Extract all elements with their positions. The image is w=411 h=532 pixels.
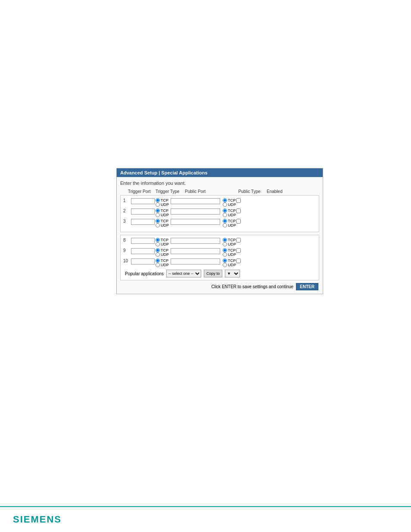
section-1: 1 TCP UDP (120, 195, 319, 232)
trigger-udp-label-8[interactable]: UDP (156, 242, 169, 246)
public-tcp-radio-10[interactable] (223, 258, 227, 263)
trigger-tcp-label-9[interactable]: TCP (156, 248, 169, 252)
public-udp-radio-10[interactable] (223, 263, 227, 267)
trigger-type-group-2: TCP UDP (155, 208, 169, 217)
enabled-checkbox-2[interactable] (236, 208, 241, 213)
public-udp-label-8[interactable]: UDP (223, 242, 236, 246)
table-row: 8 TCP UDP (123, 238, 316, 246)
public-udp-radio-8[interactable] (223, 242, 227, 246)
public-tcp-label-1[interactable]: TCP (223, 198, 236, 202)
col-header-public-type: Public Type (237, 189, 267, 194)
trigger-type-group-1: TCP UDP (155, 198, 169, 207)
enter-row: Click ENTER to save settings and continu… (120, 283, 319, 290)
trigger-tcp-label-10[interactable]: TCP (156, 258, 169, 263)
row-number-3: 3 (123, 219, 131, 224)
intro-text: Enter the information you want. (120, 180, 319, 186)
trigger-tcp-label-1[interactable]: TCP (156, 198, 169, 202)
public-udp-label-3[interactable]: UDP (223, 223, 236, 227)
enabled-checkbox-3[interactable] (236, 219, 241, 224)
trigger-tcp-label-8[interactable]: TCP (156, 238, 169, 242)
panel-body: Enter the information you want. Trigger … (117, 177, 323, 294)
public-tcp-label-9[interactable]: TCP (223, 248, 236, 252)
public-tcp-radio-3[interactable] (223, 219, 227, 223)
trigger-port-input-2[interactable] (131, 208, 155, 215)
public-port-input-10[interactable] (171, 258, 220, 264)
public-tcp-radio-2[interactable] (223, 208, 227, 213)
public-udp-radio-3[interactable] (223, 223, 227, 227)
public-tcp-label-10[interactable]: TCP (223, 258, 236, 263)
trigger-port-input-3[interactable] (131, 219, 155, 225)
panel-header: Advanced Setup | Special Applications (117, 168, 323, 177)
row-number-1: 1 (123, 198, 131, 203)
enter-button[interactable]: ENTER (296, 283, 318, 290)
trigger-port-input-8[interactable] (131, 238, 155, 244)
public-udp-label-2[interactable]: UDP (223, 213, 236, 217)
public-type-group-9: TCP UDP (222, 248, 236, 257)
trigger-udp-radio-2[interactable] (156, 213, 160, 217)
public-udp-label-9[interactable]: UDP (223, 252, 236, 257)
trigger-tcp-radio-3[interactable] (156, 219, 160, 223)
public-type-group-2: TCP UDP (222, 208, 236, 217)
copy-to-button[interactable]: Copy to (204, 270, 222, 277)
public-udp-label-10[interactable]: UDP (223, 263, 236, 267)
public-tcp-radio-9[interactable] (223, 248, 227, 252)
public-type-group-8: TCP UDP (222, 238, 236, 246)
public-tcp-label-3[interactable]: TCP (223, 219, 236, 223)
table-row: 2 TCP UDP (123, 208, 316, 217)
enabled-checkbox-10[interactable] (236, 258, 241, 263)
public-port-input-9[interactable] (171, 248, 220, 254)
trigger-udp-label-9[interactable]: UDP (156, 252, 169, 257)
trigger-tcp-radio-2[interactable] (156, 208, 160, 213)
trigger-tcp-radio-10[interactable] (156, 258, 160, 263)
trigger-udp-radio-1[interactable] (156, 202, 160, 207)
trigger-udp-label-2[interactable]: UDP (156, 213, 169, 217)
table-row: 3 TCP UDP (123, 219, 316, 227)
col-header-num (120, 189, 128, 194)
public-udp-label-1[interactable]: UDP (223, 202, 236, 207)
trigger-udp-radio-9[interactable] (156, 252, 160, 257)
row-number-2: 2 (123, 208, 131, 213)
public-udp-radio-1[interactable] (223, 202, 227, 207)
main-panel: Advanced Setup | Special Applications En… (116, 168, 323, 294)
enter-hint-text: Click ENTER to save settings and continu… (211, 284, 293, 289)
public-port-input-3[interactable] (171, 219, 220, 225)
trigger-tcp-radio-8[interactable] (156, 238, 160, 242)
siemens-footer-bar: SIEMENS (0, 506, 411, 532)
section-2: 8 TCP UDP (120, 235, 319, 280)
row-number-8: 8 (123, 238, 131, 243)
copy-target-select[interactable]: ▼ (225, 270, 240, 277)
page-wrapper: Advanced Setup | Special Applications En… (0, 0, 411, 532)
public-tcp-label-2[interactable]: TCP (223, 208, 236, 213)
trigger-port-input-9[interactable] (131, 248, 155, 254)
trigger-tcp-label-2[interactable]: TCP (156, 208, 169, 213)
trigger-udp-radio-10[interactable] (156, 263, 160, 267)
public-tcp-radio-8[interactable] (223, 238, 227, 242)
trigger-tcp-label-3[interactable]: TCP (156, 219, 169, 223)
enabled-checkbox-1[interactable] (236, 198, 241, 203)
column-headers: Trigger Port Trigger Type Public Port Pu… (120, 189, 319, 194)
trigger-udp-radio-8[interactable] (156, 242, 160, 246)
trigger-udp-label-3[interactable]: UDP (156, 223, 169, 227)
public-port-input-2[interactable] (171, 208, 220, 215)
trigger-port-input-1[interactable] (131, 198, 155, 204)
popular-applications-label: Popular applications (125, 271, 164, 276)
trigger-type-group-10: TCP UDP (155, 258, 169, 267)
popular-applications-select[interactable]: -- select one -- (166, 270, 201, 277)
public-port-input-8[interactable] (171, 238, 220, 244)
table-row: 1 TCP UDP (123, 198, 316, 207)
public-tcp-label-8[interactable]: TCP (223, 238, 236, 242)
trigger-tcp-radio-9[interactable] (156, 248, 160, 252)
trigger-port-input-10[interactable] (131, 258, 155, 264)
trigger-udp-label-1[interactable]: UDP (156, 202, 169, 207)
public-udp-radio-9[interactable] (223, 252, 227, 257)
public-type-group-3: TCP UDP (222, 219, 236, 227)
public-port-input-1[interactable] (171, 198, 220, 204)
public-tcp-radio-1[interactable] (223, 198, 227, 202)
public-udp-radio-2[interactable] (223, 213, 227, 217)
enabled-checkbox-8[interactable] (236, 238, 241, 243)
trigger-tcp-radio-1[interactable] (156, 198, 160, 202)
trigger-udp-label-10[interactable]: UDP (156, 263, 169, 267)
panel-title: Advanced Setup | Special Applications (120, 170, 208, 175)
enabled-checkbox-9[interactable] (236, 248, 241, 253)
trigger-udp-radio-3[interactable] (156, 223, 160, 227)
